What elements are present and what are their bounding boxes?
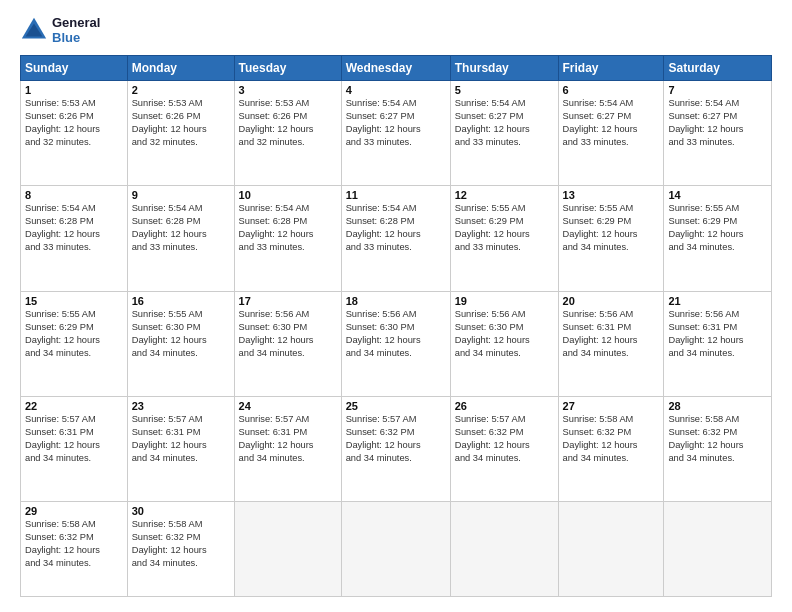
day-info: Sunrise: 5:53 AM Sunset: 6:26 PM Dayligh… xyxy=(132,97,230,149)
day-number: 21 xyxy=(668,295,767,307)
day-number: 28 xyxy=(668,400,767,412)
calendar-cell: 14Sunrise: 5:55 AM Sunset: 6:29 PM Dayli… xyxy=(664,186,772,291)
calendar-header-friday: Friday xyxy=(558,56,664,81)
calendar-cell: 3Sunrise: 5:53 AM Sunset: 6:26 PM Daylig… xyxy=(234,81,341,186)
calendar-cell xyxy=(450,502,558,597)
calendar-cell: 19Sunrise: 5:56 AM Sunset: 6:30 PM Dayli… xyxy=(450,291,558,396)
day-info: Sunrise: 5:57 AM Sunset: 6:31 PM Dayligh… xyxy=(132,413,230,465)
day-info: Sunrise: 5:57 AM Sunset: 6:31 PM Dayligh… xyxy=(239,413,337,465)
calendar-cell: 12Sunrise: 5:55 AM Sunset: 6:29 PM Dayli… xyxy=(450,186,558,291)
calendar-cell: 16Sunrise: 5:55 AM Sunset: 6:30 PM Dayli… xyxy=(127,291,234,396)
calendar-week-row: 8Sunrise: 5:54 AM Sunset: 6:28 PM Daylig… xyxy=(21,186,772,291)
day-number: 18 xyxy=(346,295,446,307)
day-info: Sunrise: 5:54 AM Sunset: 6:27 PM Dayligh… xyxy=(455,97,554,149)
calendar-cell xyxy=(664,502,772,597)
day-number: 1 xyxy=(25,84,123,96)
calendar-cell: 10Sunrise: 5:54 AM Sunset: 6:28 PM Dayli… xyxy=(234,186,341,291)
day-info: Sunrise: 5:53 AM Sunset: 6:26 PM Dayligh… xyxy=(25,97,123,149)
calendar-cell: 20Sunrise: 5:56 AM Sunset: 6:31 PM Dayli… xyxy=(558,291,664,396)
calendar-cell: 21Sunrise: 5:56 AM Sunset: 6:31 PM Dayli… xyxy=(664,291,772,396)
day-number: 7 xyxy=(668,84,767,96)
logo: General Blue xyxy=(20,15,100,45)
calendar-cell: 18Sunrise: 5:56 AM Sunset: 6:30 PM Dayli… xyxy=(341,291,450,396)
day-info: Sunrise: 5:56 AM Sunset: 6:30 PM Dayligh… xyxy=(346,308,446,360)
day-info: Sunrise: 5:54 AM Sunset: 6:28 PM Dayligh… xyxy=(239,202,337,254)
calendar-cell: 1Sunrise: 5:53 AM Sunset: 6:26 PM Daylig… xyxy=(21,81,128,186)
calendar-cell: 29Sunrise: 5:58 AM Sunset: 6:32 PM Dayli… xyxy=(21,502,128,597)
day-number: 19 xyxy=(455,295,554,307)
day-number: 12 xyxy=(455,189,554,201)
day-number: 20 xyxy=(563,295,660,307)
calendar-cell: 11Sunrise: 5:54 AM Sunset: 6:28 PM Dayli… xyxy=(341,186,450,291)
calendar-week-row: 29Sunrise: 5:58 AM Sunset: 6:32 PM Dayli… xyxy=(21,502,772,597)
calendar-cell: 28Sunrise: 5:58 AM Sunset: 6:32 PM Dayli… xyxy=(664,396,772,501)
day-info: Sunrise: 5:54 AM Sunset: 6:28 PM Dayligh… xyxy=(346,202,446,254)
page: General Blue SundayMondayTuesdayWednesda… xyxy=(0,0,792,612)
calendar-cell: 22Sunrise: 5:57 AM Sunset: 6:31 PM Dayli… xyxy=(21,396,128,501)
day-info: Sunrise: 5:54 AM Sunset: 6:27 PM Dayligh… xyxy=(668,97,767,149)
day-info: Sunrise: 5:58 AM Sunset: 6:32 PM Dayligh… xyxy=(668,413,767,465)
day-info: Sunrise: 5:55 AM Sunset: 6:29 PM Dayligh… xyxy=(455,202,554,254)
day-number: 24 xyxy=(239,400,337,412)
logo-icon xyxy=(20,16,48,44)
calendar-header-wednesday: Wednesday xyxy=(341,56,450,81)
day-number: 29 xyxy=(25,505,123,517)
day-number: 9 xyxy=(132,189,230,201)
calendar-cell: 9Sunrise: 5:54 AM Sunset: 6:28 PM Daylig… xyxy=(127,186,234,291)
calendar-table: SundayMondayTuesdayWednesdayThursdayFrid… xyxy=(20,55,772,597)
day-number: 4 xyxy=(346,84,446,96)
calendar-header-thursday: Thursday xyxy=(450,56,558,81)
calendar-header-sunday: Sunday xyxy=(21,56,128,81)
day-number: 10 xyxy=(239,189,337,201)
calendar-cell: 30Sunrise: 5:58 AM Sunset: 6:32 PM Dayli… xyxy=(127,502,234,597)
day-number: 27 xyxy=(563,400,660,412)
day-number: 3 xyxy=(239,84,337,96)
day-info: Sunrise: 5:54 AM Sunset: 6:28 PM Dayligh… xyxy=(25,202,123,254)
logo-text: General Blue xyxy=(52,15,100,45)
day-number: 5 xyxy=(455,84,554,96)
day-info: Sunrise: 5:54 AM Sunset: 6:27 PM Dayligh… xyxy=(563,97,660,149)
calendar-header-monday: Monday xyxy=(127,56,234,81)
day-number: 25 xyxy=(346,400,446,412)
day-number: 16 xyxy=(132,295,230,307)
day-number: 15 xyxy=(25,295,123,307)
day-number: 17 xyxy=(239,295,337,307)
day-info: Sunrise: 5:57 AM Sunset: 6:31 PM Dayligh… xyxy=(25,413,123,465)
day-info: Sunrise: 5:54 AM Sunset: 6:27 PM Dayligh… xyxy=(346,97,446,149)
calendar-cell: 25Sunrise: 5:57 AM Sunset: 6:32 PM Dayli… xyxy=(341,396,450,501)
day-number: 14 xyxy=(668,189,767,201)
calendar-header-saturday: Saturday xyxy=(664,56,772,81)
calendar-cell: 23Sunrise: 5:57 AM Sunset: 6:31 PM Dayli… xyxy=(127,396,234,501)
day-info: Sunrise: 5:55 AM Sunset: 6:29 PM Dayligh… xyxy=(668,202,767,254)
day-info: Sunrise: 5:56 AM Sunset: 6:30 PM Dayligh… xyxy=(239,308,337,360)
calendar-cell: 27Sunrise: 5:58 AM Sunset: 6:32 PM Dayli… xyxy=(558,396,664,501)
calendar-cell: 24Sunrise: 5:57 AM Sunset: 6:31 PM Dayli… xyxy=(234,396,341,501)
day-info: Sunrise: 5:53 AM Sunset: 6:26 PM Dayligh… xyxy=(239,97,337,149)
day-info: Sunrise: 5:58 AM Sunset: 6:32 PM Dayligh… xyxy=(132,518,230,570)
day-info: Sunrise: 5:55 AM Sunset: 6:29 PM Dayligh… xyxy=(563,202,660,254)
calendar-cell: 13Sunrise: 5:55 AM Sunset: 6:29 PM Dayli… xyxy=(558,186,664,291)
calendar-cell: 5Sunrise: 5:54 AM Sunset: 6:27 PM Daylig… xyxy=(450,81,558,186)
calendar-cell xyxy=(558,502,664,597)
calendar-week-row: 22Sunrise: 5:57 AM Sunset: 6:31 PM Dayli… xyxy=(21,396,772,501)
day-info: Sunrise: 5:56 AM Sunset: 6:30 PM Dayligh… xyxy=(455,308,554,360)
calendar-week-row: 15Sunrise: 5:55 AM Sunset: 6:29 PM Dayli… xyxy=(21,291,772,396)
calendar-cell xyxy=(341,502,450,597)
calendar-header-row: SundayMondayTuesdayWednesdayThursdayFrid… xyxy=(21,56,772,81)
day-number: 2 xyxy=(132,84,230,96)
calendar-cell: 6Sunrise: 5:54 AM Sunset: 6:27 PM Daylig… xyxy=(558,81,664,186)
calendar-week-row: 1Sunrise: 5:53 AM Sunset: 6:26 PM Daylig… xyxy=(21,81,772,186)
calendar-cell: 17Sunrise: 5:56 AM Sunset: 6:30 PM Dayli… xyxy=(234,291,341,396)
day-info: Sunrise: 5:57 AM Sunset: 6:32 PM Dayligh… xyxy=(455,413,554,465)
header: General Blue xyxy=(20,15,772,45)
day-info: Sunrise: 5:58 AM Sunset: 6:32 PM Dayligh… xyxy=(563,413,660,465)
calendar-cell: 26Sunrise: 5:57 AM Sunset: 6:32 PM Dayli… xyxy=(450,396,558,501)
calendar-cell: 4Sunrise: 5:54 AM Sunset: 6:27 PM Daylig… xyxy=(341,81,450,186)
day-number: 26 xyxy=(455,400,554,412)
day-info: Sunrise: 5:56 AM Sunset: 6:31 PM Dayligh… xyxy=(563,308,660,360)
day-info: Sunrise: 5:55 AM Sunset: 6:29 PM Dayligh… xyxy=(25,308,123,360)
day-number: 30 xyxy=(132,505,230,517)
day-info: Sunrise: 5:55 AM Sunset: 6:30 PM Dayligh… xyxy=(132,308,230,360)
day-info: Sunrise: 5:57 AM Sunset: 6:32 PM Dayligh… xyxy=(346,413,446,465)
calendar-header-tuesday: Tuesday xyxy=(234,56,341,81)
